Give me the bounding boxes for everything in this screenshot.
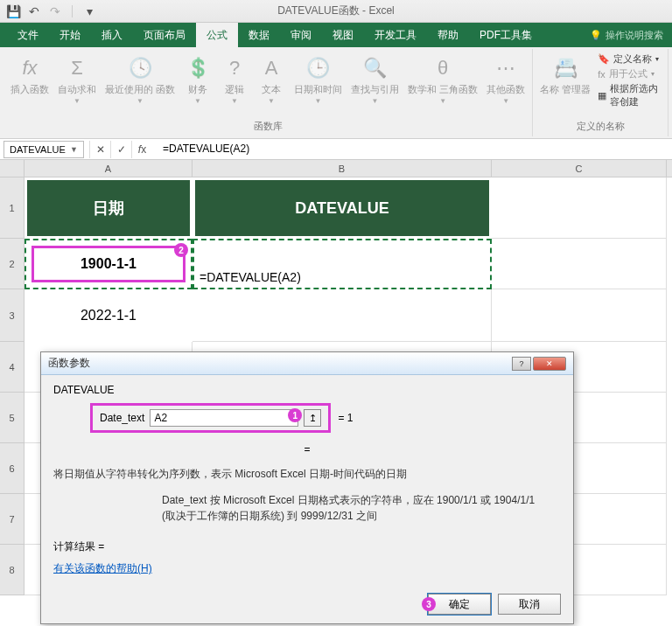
name-mgr-icon: 📇 xyxy=(551,54,579,82)
more-icon: ⋯ xyxy=(492,54,520,82)
tab-file[interactable]: 文件 xyxy=(7,23,49,47)
text-icon: A xyxy=(257,54,285,82)
function-description: 将日期值从字符串转化为序列数，表示 Microsoft Excel 日期-时间代… xyxy=(53,466,561,482)
group-label: 定义的名称 xyxy=(577,117,625,133)
create-from-sel-button[interactable]: ▦根据所选内容创建 xyxy=(598,82,662,108)
insert-function-button[interactable]: fx 插入函数 xyxy=(9,52,51,97)
tab-dev[interactable]: 开发工具 xyxy=(364,23,427,47)
row-header[interactable]: 3 xyxy=(0,289,24,342)
row-header[interactable]: 7 xyxy=(0,494,24,545)
text-button[interactable]: A 文本 ▼ xyxy=(256,52,287,107)
financial-button[interactable]: 💲 财务 ▼ xyxy=(182,52,214,107)
select-all-corner[interactable] xyxy=(0,160,24,177)
callout-3: 3 xyxy=(422,597,436,611)
arg-label: Date_text xyxy=(100,412,144,424)
tell-me-search[interactable]: 💡 操作说明搜索 xyxy=(590,29,663,42)
titlebar: 💾 ↶ ↷ ▾ DATEVALUE函数 - Excel xyxy=(0,0,672,23)
use-formula-icon: fx xyxy=(598,69,606,80)
argument-help: Date_text 按 Microsoft Excel 日期格式表示的字符串，应… xyxy=(162,492,538,524)
function-name: DATEVALUE xyxy=(53,384,561,396)
save-icon[interactable]: 💾 xyxy=(5,3,21,19)
more-button[interactable]: ⋯ 其他函数 ▼ xyxy=(485,52,527,107)
tab-home[interactable]: 开始 xyxy=(49,23,91,47)
name-manager-button[interactable]: 📇 名称 管理器 xyxy=(538,52,592,97)
formula-input[interactable]: =DATEVALUE(A2) xyxy=(158,141,668,158)
close-button[interactable]: ✕ xyxy=(533,357,566,371)
callout-2: 2 xyxy=(174,243,188,257)
create-sel-icon: ▦ xyxy=(598,90,606,101)
chevron-down-icon[interactable]: ▼ xyxy=(70,145,78,154)
cancel-button[interactable]: 取消 xyxy=(498,594,561,615)
date-text-input[interactable] xyxy=(150,409,298,427)
tab-data[interactable]: 数据 xyxy=(238,23,280,47)
datetime-button[interactable]: 🕒 日期和时间 ▼ xyxy=(292,52,344,107)
window-title: DATEVALUE函数 - Excel xyxy=(277,3,395,18)
col-header[interactable]: C xyxy=(492,160,667,177)
tab-help[interactable]: 帮助 xyxy=(427,23,469,47)
range-selector-button[interactable]: ↥ xyxy=(304,409,321,427)
ok-button[interactable]: 3 确定 xyxy=(428,594,491,615)
tab-view[interactable]: 视图 xyxy=(322,23,364,47)
qat-more-icon[interactable]: ▾ xyxy=(81,3,97,19)
col-header[interactable]: A xyxy=(24,160,192,177)
redo-icon: ↷ xyxy=(47,3,63,19)
function-help-link[interactable]: 有关该函数的帮助(H) xyxy=(53,561,152,576)
math-button[interactable]: θ 数学和 三角函数 ▼ xyxy=(406,52,480,107)
row-header[interactable]: 6 xyxy=(0,443,24,494)
formula-bar: DATEVALUE ▼ ✕ ✓ fx =DATEVALUE(A2) xyxy=(0,139,672,160)
callout-1: 1 xyxy=(288,408,302,422)
lookup-button[interactable]: 🔍 查找与引用 ▼ xyxy=(349,52,401,107)
tab-pdf[interactable]: PDF工具集 xyxy=(469,23,542,47)
ribbon: fx 插入函数 Σ 自动求和 ▼ 🕓 最近使用的 函数 ▼ 💲 财务 ▼ ? 逻… xyxy=(0,47,672,139)
calculation-result: 计算结果 = xyxy=(53,539,561,554)
recent-button[interactable]: 🕓 最近使用的 函数 ▼ xyxy=(103,52,177,107)
define-name-button[interactable]: 🔖定义名称▾ xyxy=(598,52,662,66)
tab-insert[interactable]: 插入 xyxy=(91,23,133,47)
tab-formula[interactable]: 公式 xyxy=(196,23,238,47)
fx-icon: fx xyxy=(22,57,37,80)
recent-icon: 🕓 xyxy=(126,54,154,82)
cell[interactable]: DATEVALUE xyxy=(192,177,492,239)
cell[interactable]: =DATEVALUE(A2) xyxy=(192,239,492,289)
row-header[interactable]: 5 xyxy=(0,393,24,443)
cell[interactable] xyxy=(492,177,667,239)
sigma-icon: Σ xyxy=(63,54,91,82)
row-header[interactable]: 1 xyxy=(0,177,24,239)
cell[interactable] xyxy=(492,289,667,342)
clock-icon: 🕒 xyxy=(304,54,332,82)
bulb-icon: 💡 xyxy=(590,30,602,41)
row-header[interactable]: 4 xyxy=(0,342,24,393)
undo-icon[interactable]: ↶ xyxy=(26,3,42,19)
financial-icon: 💲 xyxy=(184,54,212,82)
use-formula-button[interactable]: fx用于公式▾ xyxy=(598,67,662,80)
function-arguments-dialog: 函数参数 ? ✕ DATEVALUE Date_text ↥ 1 = 1 = 将… xyxy=(40,351,574,624)
fx-button[interactable]: fx xyxy=(131,141,152,158)
tab-page[interactable]: 页面布局 xyxy=(133,23,196,47)
result-eq: = xyxy=(53,443,561,456)
help-button[interactable]: ? xyxy=(512,357,531,371)
cell[interactable]: 1900-1-1 2 xyxy=(24,239,192,289)
tab-review[interactable]: 审阅 xyxy=(280,23,322,47)
accept-formula-button[interactable]: ✓ xyxy=(110,141,131,158)
cell[interactable]: 日期 xyxy=(24,177,192,239)
cell[interactable] xyxy=(492,239,667,289)
cell[interactable]: 2022-1-1 xyxy=(24,289,192,342)
autosum-button[interactable]: Σ 自动求和 ▼ xyxy=(56,52,98,107)
logical-button[interactable]: ? 逻辑 ▼ xyxy=(219,52,250,107)
row-header[interactable]: 2 xyxy=(0,239,24,289)
cell[interactable] xyxy=(192,289,492,342)
dialog-titlebar[interactable]: 函数参数 ? ✕ xyxy=(41,352,573,375)
name-box[interactable]: DATEVALUE ▼ xyxy=(4,141,84,158)
logical-icon: ? xyxy=(220,54,248,82)
row-header[interactable]: 8 xyxy=(0,545,24,595)
col-header[interactable]: B xyxy=(192,160,492,177)
arg-result: = 1 xyxy=(338,412,353,424)
theta-icon: θ xyxy=(429,54,457,82)
group-label: 函数库 xyxy=(254,117,283,133)
cancel-formula-button[interactable]: ✕ xyxy=(89,141,110,158)
lookup-icon: 🔍 xyxy=(361,54,389,82)
define-name-icon: 🔖 xyxy=(598,53,610,65)
ribbon-tabs: 文件 开始 插入 页面布局 公式 数据 审阅 视图 开发工具 帮助 PDF工具集… xyxy=(0,23,672,47)
